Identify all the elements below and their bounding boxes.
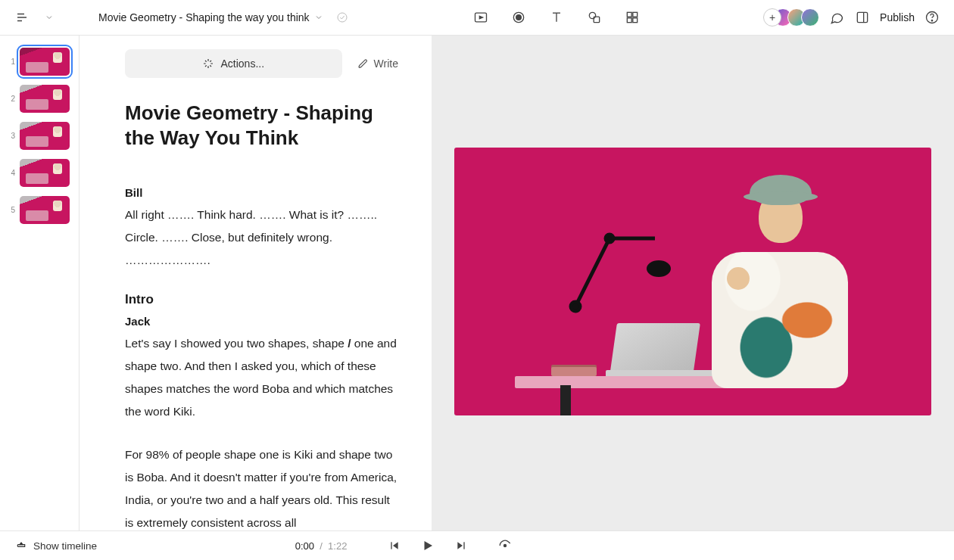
section-heading[interactable]: Intro: [125, 292, 401, 307]
thumb-number: 1: [9, 58, 15, 66]
svg-marker-5: [480, 16, 483, 18]
chevron-down-icon[interactable]: [41, 9, 58, 26]
script-title[interactable]: Movie Geometry - Shaping the Way You Thi…: [125, 101, 401, 150]
scene-thumb[interactable]: 2: [9, 85, 70, 113]
actions-label: Actions...: [220, 58, 264, 70]
thumb-image: [20, 159, 70, 187]
play-button[interactable]: [419, 537, 436, 554]
svg-point-7: [516, 15, 522, 20]
svg-marker-26: [393, 542, 398, 549]
thumb-image: [20, 122, 70, 150]
thumb-number: 4: [9, 169, 15, 177]
script-column: Actions... Write Movie Geometry - Shapin…: [80, 36, 432, 530]
thumb-number: 5: [9, 206, 15, 214]
saved-check-icon: [334, 9, 351, 26]
title-chevron-icon: [314, 13, 323, 22]
topbar-right: + Publish: [763, 8, 940, 26]
svg-point-24: [647, 260, 671, 277]
thumb-image: [20, 85, 70, 113]
add-collaborator-button[interactable]: +: [763, 8, 781, 26]
speaker-label[interactable]: Bill: [125, 186, 401, 199]
transcript-paragraph[interactable]: Let's say I showed you two shapes, shape…: [125, 332, 401, 424]
help-icon[interactable]: [924, 9, 940, 26]
thumb-image: [20, 48, 70, 76]
svg-point-22: [571, 302, 580, 311]
scene-thumb[interactable]: 4: [9, 159, 70, 187]
person-illustration: [697, 169, 863, 388]
transcript-paragraph[interactable]: For 98% of people shape one is Kiki and …: [125, 443, 401, 530]
speaker-label[interactable]: Jack: [125, 315, 401, 328]
svg-point-30: [504, 545, 507, 547]
sparkle-icon: [202, 58, 214, 70]
show-timeline-label: Show timeline: [33, 540, 97, 552]
mic-illustration: [568, 208, 674, 314]
svg-rect-29: [464, 542, 465, 549]
comments-icon[interactable]: [828, 9, 845, 26]
menu-icon[interactable]: [14, 9, 30, 26]
svg-rect-13: [633, 12, 638, 17]
svg-marker-28: [458, 542, 463, 549]
transport-controls: [386, 537, 513, 554]
preview-column: [432, 36, 954, 530]
svg-rect-12: [628, 12, 632, 17]
time-separator: /: [320, 540, 323, 552]
script-view-icon[interactable]: [472, 9, 489, 26]
script-tools: Actions... Write: [125, 49, 401, 78]
svg-line-20: [575, 238, 610, 306]
topbar-center-tools: [358, 9, 756, 26]
scene-thumb[interactable]: 1: [9, 48, 70, 76]
svg-rect-25: [391, 542, 392, 549]
svg-marker-27: [425, 541, 433, 550]
text-icon[interactable]: [548, 9, 565, 26]
bottom-bar: Show timeline 0:00 / 1:22: [0, 530, 954, 560]
svg-rect-15: [633, 18, 638, 23]
main-body: 1 2 3 4 5 Actions... Write: [0, 36, 954, 530]
panel-icon[interactable]: [854, 9, 871, 26]
publish-button[interactable]: Publish: [880, 11, 915, 23]
show-timeline-button[interactable]: Show timeline: [15, 540, 97, 552]
svg-point-3: [338, 13, 347, 22]
skip-forward-button[interactable]: [453, 537, 469, 554]
write-label: Write: [374, 58, 398, 70]
collaborator-avatars[interactable]: +: [763, 8, 819, 26]
text-span: Let's say I showed you two shapes, shape: [125, 337, 348, 350]
books-illustration: [551, 367, 597, 376]
top-bar: Movie Geometry - Shaping the way you thi…: [0, 0, 954, 36]
skip-back-button[interactable]: [386, 537, 403, 554]
scene-thumb[interactable]: 3: [9, 122, 70, 150]
loop-button[interactable]: [497, 537, 513, 554]
video-preview[interactable]: [454, 148, 931, 415]
title-block[interactable]: Movie Geometry - Shaping the way you thi…: [98, 9, 351, 26]
shapes-icon[interactable]: [586, 9, 603, 26]
svg-rect-14: [628, 18, 632, 23]
scene-sidebar: 1 2 3 4 5: [0, 36, 80, 530]
svg-point-10: [590, 12, 596, 18]
thumb-number: 3: [9, 132, 15, 140]
time-display: 0:00 / 1:22: [295, 540, 348, 552]
document-title: Movie Geometry - Shaping the way you thi…: [98, 11, 310, 23]
current-time: 0:00: [295, 540, 314, 552]
playback-controls: 0:00 / 1:22: [109, 537, 700, 554]
pen-icon: [357, 58, 369, 70]
svg-point-23: [606, 235, 613, 242]
avatar[interactable]: [801, 8, 819, 26]
templates-icon[interactable]: [624, 9, 641, 26]
total-time: 1:22: [328, 540, 347, 552]
laptop-illustration: [610, 323, 700, 376]
topbar-left: Movie Geometry - Shaping the way you thi…: [14, 9, 351, 26]
thumb-number: 2: [9, 95, 15, 103]
actions-button[interactable]: Actions...: [125, 49, 342, 78]
timeline-icon: [15, 540, 27, 552]
desk-leg-illustration: [560, 385, 571, 415]
write-button[interactable]: Write: [354, 58, 401, 70]
svg-rect-16: [857, 12, 867, 22]
thumb-image: [20, 196, 70, 224]
transcript-paragraph[interactable]: All right ……. Think hard. ……. What is it…: [125, 204, 401, 272]
svg-point-19: [931, 20, 932, 21]
scene-thumb[interactable]: 5: [9, 196, 70, 224]
record-icon[interactable]: [510, 9, 527, 26]
